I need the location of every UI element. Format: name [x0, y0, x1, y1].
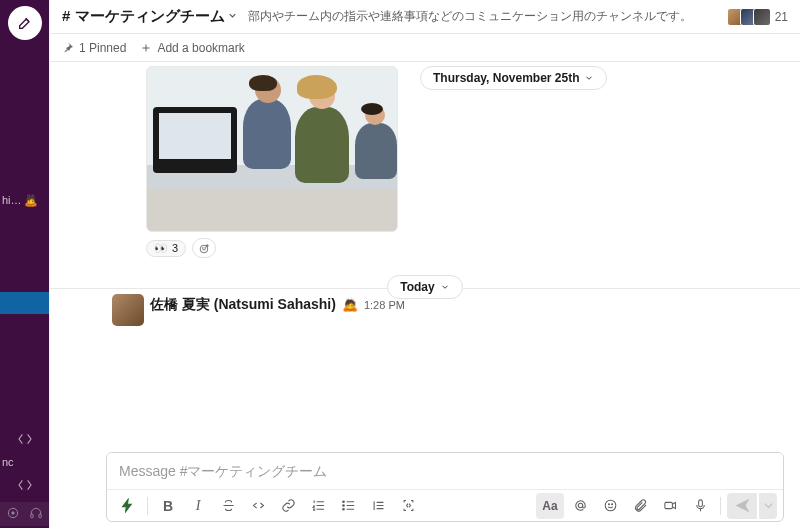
send-menu-button[interactable] — [759, 493, 777, 519]
date-label: Today — [400, 280, 434, 294]
emoji-button[interactable] — [596, 493, 624, 519]
blockquote-button[interactable] — [364, 493, 392, 519]
avatar[interactable] — [112, 294, 144, 326]
toolbar-separator — [147, 497, 148, 515]
composer-area: B I Aa — [50, 452, 800, 528]
chevron-down-icon — [227, 9, 238, 24]
message-image[interactable] — [146, 66, 398, 232]
channel-name-button[interactable]: # マーケティングチーム — [62, 7, 238, 26]
reaction-emoji: 👀 — [154, 242, 168, 255]
svg-rect-14 — [664, 502, 672, 508]
message-time[interactable]: 1:28 PM — [364, 299, 405, 311]
mic-button[interactable] — [686, 493, 714, 519]
strike-button[interactable] — [214, 493, 242, 519]
message-author[interactable]: 佐橋 夏実 (Natsumi Sahashi) — [150, 296, 336, 314]
date-label: Thursday, November 25th — [433, 71, 579, 85]
svg-point-10 — [578, 503, 582, 507]
date-pill-thursday[interactable]: Thursday, November 25th — [420, 66, 607, 90]
rail-arrows-icon-2[interactable] — [16, 476, 34, 494]
svg-rect-3 — [39, 514, 41, 518]
svg-point-7 — [342, 501, 344, 503]
member-count: 21 — [775, 10, 788, 24]
main-column: # マーケティングチーム 部内やチーム内の指示や連絡事項などのコミュニケーション… — [49, 0, 800, 528]
ordered-list-button[interactable] — [304, 493, 332, 519]
format-toggle-button[interactable]: Aa — [536, 493, 564, 519]
svg-point-13 — [611, 504, 612, 505]
attach-button[interactable] — [626, 493, 654, 519]
svg-point-11 — [605, 500, 616, 511]
message-image-block: Thursday, November 25th 👀 3 — [50, 62, 800, 266]
svg-point-1 — [12, 511, 14, 513]
link-button[interactable] — [274, 493, 302, 519]
rail-selected-indicator — [0, 292, 49, 314]
rail-arrows-icon[interactable] — [16, 430, 34, 448]
add-bookmark-label: Add a bookmark — [157, 41, 244, 55]
italic-button[interactable]: I — [184, 493, 212, 519]
svg-point-5 — [202, 247, 203, 248]
add-bookmark-button[interactable]: Add a bookmark — [140, 41, 244, 55]
svg-point-12 — [608, 504, 609, 505]
rail-channel-emoji: 🙇 — [24, 194, 38, 207]
code-button[interactable] — [244, 493, 272, 519]
channel-name: マーケティングチーム — [75, 7, 225, 24]
workspace-rail: hi… 🙇 nc — [0, 0, 49, 528]
rail-headphones-icon[interactable] — [29, 506, 43, 523]
svg-point-8 — [342, 505, 344, 507]
svg-rect-15 — [698, 500, 702, 507]
reaction-eyes[interactable]: 👀 3 — [146, 240, 186, 257]
pinned-label: 1 Pinned — [79, 41, 126, 55]
channel-hash: # — [62, 7, 75, 24]
svg-rect-2 — [30, 514, 32, 518]
svg-point-4 — [200, 245, 208, 253]
rail-channel-peek[interactable]: hi… 🙇 — [0, 186, 49, 214]
reactions-bar: 👀 3 — [146, 238, 784, 258]
message-item: 佐橋 夏実 (Natsumi Sahashi) 🙇 1:28 PM — [50, 294, 800, 330]
author-status-emoji: 🙇 — [342, 297, 358, 312]
composer: B I Aa — [106, 452, 784, 522]
channel-subheader: 1 Pinned Add a bookmark — [50, 34, 800, 62]
shortcuts-button[interactable] — [113, 493, 141, 519]
reaction-count: 3 — [172, 242, 178, 254]
rail-nc-label[interactable]: nc — [0, 456, 14, 468]
channel-members-button[interactable]: 21 — [727, 8, 788, 26]
rail-channel-fragment: hi… — [2, 194, 22, 206]
message-list[interactable]: Thursday, November 25th 👀 3 — [50, 62, 800, 452]
member-avatars — [727, 8, 771, 26]
pinned-button[interactable]: 1 Pinned — [62, 41, 126, 55]
svg-point-9 — [342, 508, 344, 510]
send-button[interactable] — [727, 493, 757, 519]
compose-button[interactable] — [8, 6, 42, 40]
bold-button[interactable]: B — [154, 493, 182, 519]
message-input[interactable] — [107, 453, 783, 489]
add-reaction-button[interactable] — [192, 238, 216, 258]
avatar — [753, 8, 771, 26]
rail-status-icon[interactable] — [6, 506, 20, 523]
svg-point-6 — [204, 247, 205, 248]
channel-header: # マーケティングチーム 部内やチーム内の指示や連絡事項などのコミュニケーション… — [50, 0, 800, 34]
bullet-list-button[interactable] — [334, 493, 362, 519]
codeblock-button[interactable] — [394, 493, 422, 519]
composer-toolbar: B I Aa — [107, 489, 783, 521]
mention-button[interactable] — [566, 493, 594, 519]
channel-topic[interactable]: 部内やチーム内の指示や連絡事項などのコミュニケーション用のチャンネルです。 — [248, 9, 692, 24]
video-button[interactable] — [656, 493, 684, 519]
toolbar-separator — [720, 497, 721, 515]
